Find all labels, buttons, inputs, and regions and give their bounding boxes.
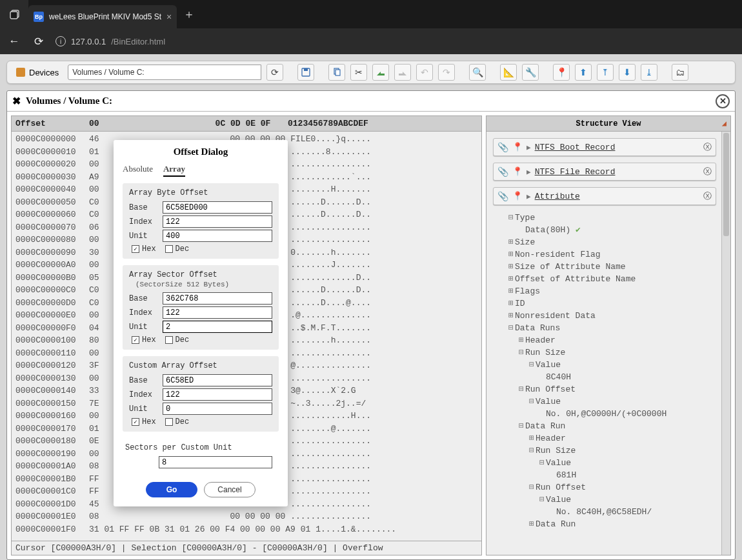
expand-icon[interactable]: ▶: [526, 192, 531, 201]
tree-node[interactable]: ⊞Header: [508, 334, 716, 346]
tree-expander-icon[interactable]: ⊞: [508, 297, 515, 310]
tree-node[interactable]: ⊟Run Size: [508, 346, 716, 359]
hex-row[interactable]: 0000C00001E008 00 00 00 00..............…: [12, 510, 481, 523]
tree-expander-icon[interactable]: ⊟: [508, 212, 515, 224]
sectors-per-unit-input[interactable]: [159, 456, 272, 468]
paste-button[interactable]: [372, 64, 389, 81]
tree-expander-icon[interactable]: ⊟: [519, 420, 525, 432]
devices-label[interactable]: Devices: [12, 68, 63, 77]
card-close-icon[interactable]: ⓧ: [703, 190, 712, 202]
byte-dec-checkbox[interactable]: Dec: [165, 245, 190, 254]
dialog-tab-absolute[interactable]: Absolute: [123, 164, 153, 177]
expand-icon[interactable]: ▶: [526, 143, 531, 152]
address-bar[interactable]: i 127.0.0.1/BinEditor.html: [55, 36, 165, 46]
search-button[interactable]: 🔍: [469, 64, 486, 81]
tab-close-icon[interactable]: ×: [166, 12, 172, 22]
tree-node[interactable]: ⊟Run Size: [508, 445, 716, 457]
browser-tab[interactable]: Bp weLees BluePrint MKIV Mod5 St ×: [28, 5, 177, 28]
back-button[interactable]: ←: [6, 35, 22, 48]
settings-button[interactable]: 🗂: [672, 64, 688, 81]
nav-bottom-button[interactable]: ⤓: [641, 64, 657, 81]
tree-expander-icon[interactable]: ⊟: [529, 481, 536, 494]
tree-expander-icon[interactable]: ⊞: [508, 248, 515, 261]
tree-node[interactable]: 681H: [508, 469, 716, 481]
tree-node[interactable]: ⊟Run Offset: [508, 383, 716, 395]
cut-button[interactable]: ✂: [350, 64, 367, 81]
site-info-icon[interactable]: i: [55, 36, 66, 46]
tree-expander-icon[interactable]: ⊟: [519, 346, 525, 359]
copy-button[interactable]: [328, 64, 345, 81]
tree-expander-icon[interactable]: ⊞: [529, 432, 536, 445]
tree-node[interactable]: ⊞Offset of Attribute Name: [508, 273, 716, 285]
sector-unit-input[interactable]: [163, 321, 272, 333]
custom-index-input[interactable]: [163, 388, 272, 401]
scrollbar-thumb[interactable]: [723, 133, 729, 236]
tree-node[interactable]: Data(80H) ✔: [508, 224, 716, 236]
custom-dec-checkbox[interactable]: Dec: [165, 417, 190, 426]
redo-button[interactable]: ↷: [438, 64, 455, 81]
tree-node[interactable]: No. 8C40H,@6C58EDH/: [508, 506, 716, 518]
volume-path-box[interactable]: Volumes / Volume C:: [68, 65, 261, 80]
structure-card[interactable]: 📎📍▶Attributeⓧ: [493, 187, 716, 205]
tree-expander-icon[interactable]: ⊞: [508, 310, 515, 322]
dialog-tab-array[interactable]: Array: [163, 164, 185, 177]
dialog-cancel-button[interactable]: Cancel: [204, 482, 256, 497]
dialog-go-button[interactable]: Go: [146, 482, 197, 497]
structure-pin-icon[interactable]: ◢: [722, 119, 727, 128]
tree-node[interactable]: ⊞Size: [508, 236, 716, 248]
tree-expander-icon[interactable]: ⊟: [529, 395, 536, 408]
refresh-button[interactable]: ⟳: [31, 35, 46, 48]
structure-scrollbar[interactable]: [721, 132, 730, 555]
paste-special-button[interactable]: [394, 64, 411, 81]
byte-index-input[interactable]: [163, 215, 272, 228]
tree-expander-icon[interactable]: ⊟: [529, 445, 536, 457]
edit-button[interactable]: 🔧: [522, 64, 539, 81]
tree-expander-icon[interactable]: ⊞: [508, 285, 515, 297]
structure-card[interactable]: 📎📍▶NTFS File Recordⓧ: [493, 163, 716, 181]
main-frame-close-button[interactable]: ✕: [716, 94, 730, 108]
tree-expander-icon[interactable]: ⊞: [508, 273, 515, 285]
tree-expander-icon[interactable]: ⊞: [508, 261, 515, 273]
structure-card[interactable]: 📎📍▶NTFS Boot Recordⓧ: [493, 138, 716, 156]
save-button[interactable]: [297, 64, 314, 81]
tree-node[interactable]: ⊟Data Runs: [508, 322, 716, 334]
pin-icon[interactable]: 📎: [497, 166, 508, 177]
tree-expander-icon[interactable]: ⊟: [508, 322, 515, 334]
new-tab-button[interactable]: ＋: [183, 6, 195, 22]
tree-node[interactable]: ⊟Value: [508, 457, 716, 469]
custom-hex-checkbox[interactable]: ✓Hex: [132, 417, 156, 426]
custom-unit-input[interactable]: [163, 403, 272, 415]
byte-hex-checkbox[interactable]: ✓Hex: [132, 245, 156, 254]
tree-expander-icon[interactable]: ⊟: [539, 457, 546, 469]
tree-node[interactable]: ⊟Value: [508, 395, 716, 408]
byte-base-input[interactable]: [163, 201, 272, 214]
tree-node[interactable]: ⊟Value: [508, 359, 716, 371]
card-close-icon[interactable]: ⓧ: [703, 166, 712, 177]
tree-node[interactable]: ⊞Nonresident Data: [508, 310, 716, 322]
tree-node[interactable]: ⊟Run Offset: [508, 481, 716, 494]
refresh-path-button[interactable]: ⟳: [266, 64, 283, 81]
tree-node[interactable]: ⊞Size of Attribute Name: [508, 261, 716, 273]
tree-node[interactable]: No. 0H,@C0000H/(+0C0000H: [508, 408, 716, 420]
nav-down-button[interactable]: ⬇: [619, 64, 636, 81]
undo-button[interactable]: ↶: [416, 64, 433, 81]
card-close-icon[interactable]: ⓧ: [703, 141, 712, 153]
nav-top-button[interactable]: ⤒: [597, 64, 614, 81]
bookmark-button[interactable]: 📍: [553, 64, 570, 81]
byte-unit-input[interactable]: [163, 230, 272, 242]
tree-expander-icon[interactable]: ⊞: [508, 236, 515, 248]
tree-expander-icon[interactable]: ⊟: [539, 494, 546, 506]
tree-expander-icon[interactable]: ⊟: [519, 383, 525, 395]
tree-node[interactable]: ⊞ID: [508, 297, 716, 310]
tree-node[interactable]: ⊞Header: [508, 432, 716, 445]
nav-up-button[interactable]: ⬆: [575, 64, 592, 81]
tree-node[interactable]: ⊞Data Run: [508, 518, 716, 530]
tree-node[interactable]: ⊞Non-resident Flag: [508, 248, 716, 261]
goto-button[interactable]: 📐: [500, 64, 517, 81]
sector-dec-checkbox[interactable]: Dec: [165, 335, 190, 345]
sector-hex-checkbox[interactable]: ✓Hex: [132, 335, 156, 345]
custom-base-input[interactable]: [163, 374, 272, 386]
hex-row[interactable]: 0000C00001F031 01 FF FF 0B 31 01 26 00 F…: [12, 523, 481, 536]
expand-icon[interactable]: ▶: [526, 168, 531, 176]
sector-base-input[interactable]: [163, 292, 272, 305]
